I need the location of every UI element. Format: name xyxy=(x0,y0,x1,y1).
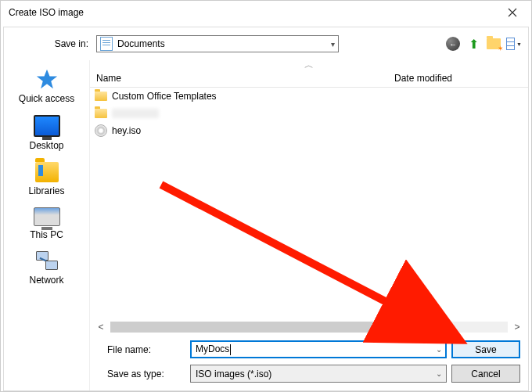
save-button[interactable]: Save xyxy=(451,340,520,358)
file-name-label: File name: xyxy=(98,344,185,355)
save-as-type-dropdown[interactable]: ISO images (*.iso) ⌄ xyxy=(190,365,447,383)
sidebar-item-label: Libraries xyxy=(28,185,64,196)
folder-icon xyxy=(95,109,107,118)
view-menu-icon xyxy=(506,38,515,50)
sidebar-item-desktop[interactable]: Desktop xyxy=(4,113,89,153)
save-as-type-row: Save as type: ISO images (*.iso) ⌄ Cance… xyxy=(98,365,520,383)
dialog-inner: Save in: Documents ▾ ← ⬆ ▼ xyxy=(3,27,529,391)
scroll-right-icon[interactable]: > xyxy=(511,322,523,333)
file-name-value: MyDocs xyxy=(196,343,229,354)
places-sidebar: Quick access Desktop Libraries This PC N… xyxy=(4,60,89,390)
collapse-chevron[interactable]: ︿ xyxy=(90,60,528,70)
sidebar-item-label: Network xyxy=(29,275,63,286)
scroll-track[interactable] xyxy=(110,322,508,333)
folder-icon xyxy=(95,92,107,101)
cancel-button[interactable]: Cancel xyxy=(451,365,520,383)
file-name-row: File name: MyDocs ⌄ Save xyxy=(98,340,520,358)
titlebar: Create ISO image xyxy=(1,1,531,24)
list-item[interactable]: Custom Office Templates xyxy=(90,88,528,105)
chevron-down-icon: ▼ xyxy=(516,41,522,47)
column-headers: Name Date modified xyxy=(90,70,528,88)
sidebar-item-this-pc[interactable]: This PC xyxy=(4,206,89,242)
file-pane: ︿ Name Date modified Custom Office Templ… xyxy=(89,60,528,390)
save-as-type-label: Save as type: xyxy=(98,369,185,379)
text-cursor xyxy=(230,344,231,355)
nav-toolbar: Save in: Documents ▾ ← ⬆ ▼ xyxy=(4,27,528,60)
new-folder-icon xyxy=(487,38,501,49)
chevron-down-icon[interactable]: ⌄ xyxy=(432,369,446,378)
sidebar-item-label: Quick access xyxy=(19,93,74,104)
quick-access-icon xyxy=(36,68,58,90)
documents-icon xyxy=(100,37,113,51)
new-folder-button[interactable] xyxy=(486,36,501,52)
this-pc-icon xyxy=(34,207,60,226)
save-dialog-window: Create ISO image Save in: Documents ▾ ← … xyxy=(0,0,532,392)
window-title: Create ISO image xyxy=(9,7,84,18)
network-icon xyxy=(34,251,59,272)
save-in-dropdown[interactable]: Documents ▾ xyxy=(96,35,339,52)
list-item[interactable]: hey.iso xyxy=(90,122,528,139)
sidebar-item-libraries[interactable]: Libraries xyxy=(4,160,89,198)
save-in-value: Documents xyxy=(117,38,326,49)
chevron-down-icon: ▾ xyxy=(331,40,335,49)
file-name: Custom Office Templates xyxy=(112,91,217,102)
save-as-type-value: ISO images (*.iso) xyxy=(191,369,432,379)
save-in-label: Save in: xyxy=(10,38,92,49)
libraries-icon xyxy=(35,162,59,182)
view-menu-button[interactable]: ▼ xyxy=(506,36,522,52)
sidebar-item-quick-access[interactable]: Quick access xyxy=(4,67,89,106)
sidebar-item-label: This PC xyxy=(30,229,63,240)
chevron-down-icon[interactable]: ⌄ xyxy=(432,345,446,354)
nav-tool-icons: ← ⬆ ▼ xyxy=(445,36,522,52)
file-list: Custom Office Templates hey.iso xyxy=(90,88,528,320)
close-button[interactable] xyxy=(497,2,528,23)
back-button[interactable]: ← xyxy=(445,36,461,52)
sidebar-item-label: Desktop xyxy=(29,140,63,151)
horizontal-scrollbar[interactable]: < > xyxy=(90,320,528,334)
up-one-level-button[interactable]: ⬆ xyxy=(466,36,481,52)
back-icon: ← xyxy=(446,37,460,51)
form-area: File name: MyDocs ⌄ Save Save as type: I… xyxy=(90,334,528,390)
file-name-input[interactable]: MyDocs ⌄ xyxy=(190,340,447,358)
sidebar-item-network[interactable]: Network xyxy=(4,250,89,287)
column-header-name[interactable]: Name xyxy=(90,73,388,84)
desktop-icon xyxy=(34,115,60,137)
file-name: hey.iso xyxy=(112,125,141,136)
column-header-date[interactable]: Date modified xyxy=(388,73,528,84)
up-arrow-icon: ⬆ xyxy=(469,37,479,52)
scroll-thumb[interactable] xyxy=(110,322,389,333)
svg-marker-0 xyxy=(36,70,56,89)
file-name-redacted xyxy=(112,109,159,118)
iso-file-icon xyxy=(95,124,107,137)
list-item[interactable] xyxy=(90,105,528,122)
dialog-body: Quick access Desktop Libraries This PC N… xyxy=(4,60,528,390)
scroll-left-icon[interactable]: < xyxy=(95,322,107,333)
